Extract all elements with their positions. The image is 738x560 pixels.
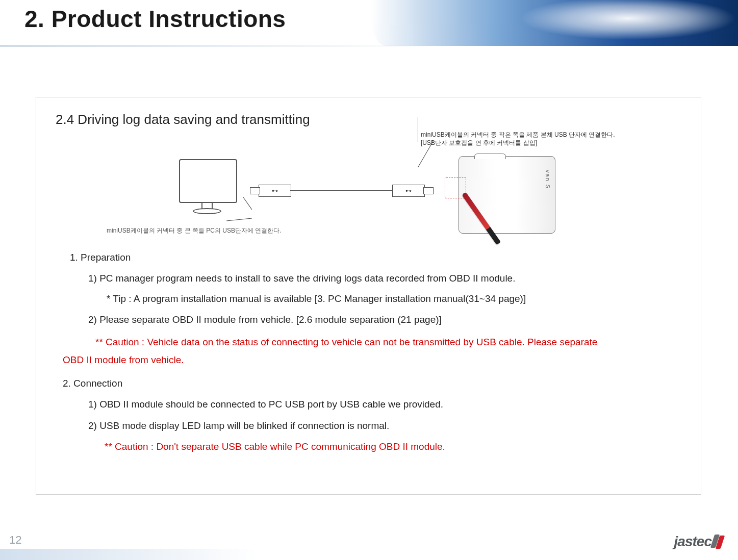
step-preparation-1: 1) PC manager program needs to install t…	[88, 271, 686, 286]
usb-plug-a-icon: ⊷	[259, 185, 291, 197]
device-label: van S	[545, 170, 551, 189]
callout-line	[226, 218, 252, 221]
page-title: 2. Product Instructions	[24, 5, 286, 33]
brand-logo-icon	[712, 534, 725, 549]
usb-glyph-icon: ⊷	[405, 187, 412, 194]
usb-plug-b-icon: ⊷	[392, 185, 425, 197]
connection-diagram: miniUSB케이블의 커넥터 중 큰 쪽을 PC의 USB단자에 연결한다. …	[50, 130, 686, 242]
obd-device-icon: van S	[459, 156, 555, 234]
header-sky-decor	[371, 0, 738, 46]
diagram-caption-left: miniUSB케이블의 커넥터 중 큰 쪽을 PC의 USB단자에 연결한다.	[107, 226, 282, 235]
footer-decor	[0, 549, 738, 560]
brand-logo: jastec	[674, 533, 725, 550]
step-connection-title: 2. Connection	[63, 376, 686, 391]
step-preparation-title: 1. Preparation	[70, 250, 686, 265]
header-underline	[0, 45, 738, 47]
step-connection-1: 1) OBD II module should be connected to …	[88, 397, 686, 412]
page-title-wrap: 2. Product Instructions	[24, 5, 286, 33]
monitor-icon	[179, 159, 235, 214]
diagram-caption-right: miniUSB케이블의 커넥터 중 작은 쪽을 제품 본체 USB 단자에 연결…	[421, 131, 615, 147]
caution-2: ** Caution : Don't separate USB cable wh…	[105, 439, 686, 454]
step-preparation-tip: * Tip : A program installation manual is…	[107, 291, 686, 306]
caution-1-line-b: OBD II module from vehicle.	[63, 352, 686, 367]
brand-logo-text: jastec	[674, 533, 711, 550]
usb-cable-line	[290, 190, 392, 191]
content-card: 2.4 Driving log data saving and transmit…	[36, 97, 701, 495]
step-preparation-2: 2) Please separate OBD II module from ve…	[88, 312, 686, 327]
diagram-caption-right-line2: [USB단자 보호캡을 연 후에 커넥터를 삽입]	[421, 139, 615, 147]
caution-1-line-a: ** Caution : Vehicle data on the status …	[95, 335, 686, 349]
page-number: 12	[9, 533, 21, 547]
callout-line	[243, 197, 252, 210]
callout-line	[418, 117, 419, 142]
instructions-body: 1. Preparation 1) PC manager program nee…	[50, 250, 686, 454]
usb-glyph-icon: ⊷	[272, 187, 278, 194]
section-heading: 2.4 Driving log data saving and transmit…	[56, 112, 686, 128]
step-connection-2: 2) USB mode display LED lamp will be bli…	[88, 418, 686, 433]
diagram-caption-right-line1: miniUSB케이블의 커넥터 중 작은 쪽을 제품 본체 USB 단자에 연결…	[421, 131, 615, 139]
